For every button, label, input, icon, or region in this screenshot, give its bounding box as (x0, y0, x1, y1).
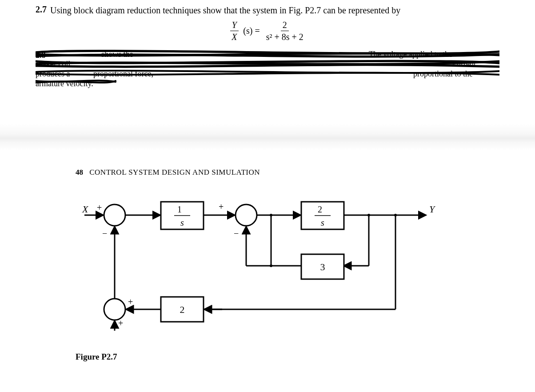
sum3-plus-bottom: + (118, 318, 123, 328)
rhs-denominator: s² + 8s + 2 (264, 31, 305, 42)
book-section-title: CONTROL SYSTEM DESIGN AND SIMULATION (89, 168, 260, 176)
lhs-denominator: X (230, 31, 239, 42)
page-number: 48 (76, 168, 83, 176)
block-g1-num: 1 (177, 204, 182, 214)
arg-equals: (s) = (243, 26, 260, 36)
svg-text:+: + (97, 203, 102, 212)
sum1-minus: − (102, 228, 107, 238)
block-g2-num: 2 (318, 204, 322, 214)
figure-caption: Figure P2.7 (76, 352, 495, 362)
rhs-numerator: 2 (281, 20, 289, 31)
lhs-numerator: Y (230, 20, 239, 31)
problem-number: 2.7 (36, 4, 47, 15)
lhs-fraction: Y X (230, 20, 239, 42)
block-h2-label: 2 (180, 304, 185, 315)
summing-junction-3 (104, 299, 125, 320)
sum3-plus-right: + (128, 297, 133, 307)
sum2-minus: − (234, 228, 239, 238)
problem-text: Using block diagram reduction techniques… (50, 4, 400, 16)
summing-junction-2 (236, 204, 257, 226)
running-head: 48 CONTROL SYSTEM DESIGN AND SIMULATION (76, 168, 495, 177)
summing-junction-1 (104, 204, 125, 226)
crossed-out-problem: 2.8 shows the The voltage applied to the… (36, 48, 499, 88)
strike-lines (36, 48, 499, 88)
block-g1-den: s (180, 218, 184, 228)
block-h1-label: 3 (320, 261, 325, 272)
output-label: Y (429, 204, 436, 215)
svg-point-21 (270, 264, 272, 267)
problem-statement: 2.7 Using block diagram reduction techni… (36, 4, 499, 16)
page-break-shadow (0, 124, 535, 150)
transfer-function-equation: Y X (s) = 2 s² + 8s + 2 (36, 20, 499, 42)
block-diagram: X + − 1 s + − 2 s Y (76, 190, 495, 339)
svg-text:+: + (219, 202, 224, 212)
block-g2-den: s (321, 218, 324, 228)
input-label: X (82, 204, 89, 215)
rhs-fraction: 2 s² + 8s + 2 (264, 20, 305, 42)
